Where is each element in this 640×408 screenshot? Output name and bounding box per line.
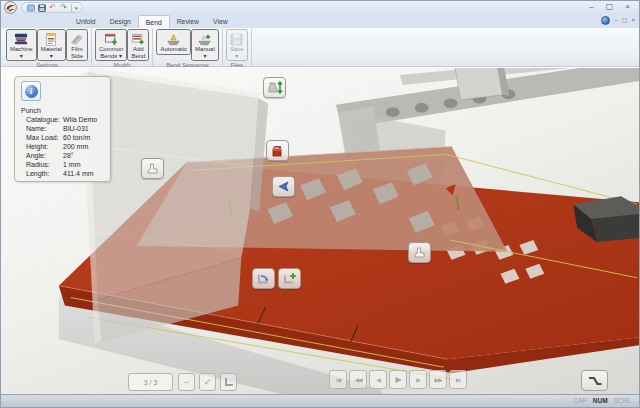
info-row-name: Name:BIU-031 <box>21 124 110 133</box>
remove-step-button[interactable]: − <box>178 373 195 391</box>
redo-icon[interactable]: ↷ <box>59 3 68 12</box>
add-bend-scene-icon <box>282 272 297 285</box>
common-bends-icon <box>104 32 118 46</box>
titlebar: ↶ ↷ ▾ – ▢ × <box>1 1 639 14</box>
flip-tool-vertical-icon <box>267 81 283 95</box>
maximize-button[interactable]: ▢ <box>604 2 615 12</box>
info-row-angle: Angle:28° <box>21 151 110 160</box>
viewport-3d[interactable]: i Punch Catalogue:Wila Demo Name:BIU-031… <box>1 67 639 394</box>
nav-play-button[interactable]: ▶ <box>389 370 407 389</box>
common-bends-button[interactable]: Common Bends ▾ <box>95 29 127 61</box>
flip-direction-icon <box>276 180 291 193</box>
app-logo-icon[interactable] <box>4 1 17 14</box>
rotate-bend-button[interactable] <box>252 268 275 289</box>
nav-first-button[interactable]: |◀ <box>329 370 347 389</box>
ribbon-group-files: Save ▾ Files <box>223 28 252 66</box>
punch-tool-right-button[interactable] <box>408 242 431 263</box>
tab-unfold[interactable]: Unfold <box>69 15 103 28</box>
bent-part-icon <box>587 374 603 388</box>
minimize-button[interactable]: – <box>586 2 597 12</box>
info-button[interactable]: i <box>21 81 41 101</box>
bend-corner-icon <box>223 376 235 388</box>
save-file-icon <box>230 32 243 46</box>
ribbon-group-modify: Common Bends ▾ Add Bend Modify <box>92 28 153 66</box>
rotate-die-icon <box>270 144 285 158</box>
add-bend-scene-button[interactable] <box>278 268 301 289</box>
ribbon: Machine ▾ Material ▾ Film Side <box>1 28 639 67</box>
nav-previous-button[interactable]: ◀ <box>369 370 387 389</box>
sequence-navigation: |◀ ◀◀ ◀ ▶ ▶ ▶▶ ▶| <box>329 370 467 389</box>
info-row-max-load: Max Load:60 ton/m <box>21 133 110 142</box>
tool-info-panel: i Punch Catalogue:Wila Demo Name:BIU-031… <box>14 76 111 182</box>
undo-icon[interactable]: ↶ <box>48 3 57 12</box>
app-window: ↶ ↷ ▾ – ▢ × Unfold Design Bend Review Vi… <box>0 0 640 408</box>
qat-separator <box>71 4 72 12</box>
add-bend-icon <box>131 32 145 46</box>
material-button[interactable]: Material ▾ <box>37 29 66 61</box>
new-document-icon[interactable] <box>26 3 35 12</box>
arm-clamp-block <box>455 68 503 100</box>
confirm-step-button[interactable]: ✓ <box>199 373 216 391</box>
info-icon: i <box>25 85 38 98</box>
film-side-button[interactable]: Film Side <box>66 29 88 61</box>
automatic-button[interactable]: Automatic <box>156 29 191 55</box>
machine-button[interactable]: Machine ▾ <box>6 29 37 61</box>
status-bar: CAP NUM SCRL <box>1 394 639 407</box>
status-num-indicator: NUM <box>593 397 608 405</box>
ribbon-group-settings: Machine ▾ Material ▾ Film Side <box>3 28 92 66</box>
window-controls: – ▢ × <box>586 2 633 12</box>
bend-corner-button[interactable] <box>220 373 237 391</box>
manual-button[interactable]: Manual ▾ <box>191 29 219 61</box>
info-row-catalogue: Catalogue:Wila Demo <box>21 115 110 124</box>
nav-next-button[interactable]: ▶ <box>409 370 427 389</box>
nav-forward-button[interactable]: ▶▶ <box>429 370 447 389</box>
tab-design[interactable]: Design <box>103 15 138 28</box>
flip-direction-button[interactable] <box>272 176 295 197</box>
tool-info-title: Punch <box>21 106 110 115</box>
info-row-height: Height:200 mm <box>21 142 110 151</box>
save-sequence-button[interactable]: Save ▾ <box>226 29 248 61</box>
ribbon-group-bend-sequence: Automatic Manual ▾ Bend Sequence <box>153 28 222 66</box>
automatic-icon <box>166 32 181 46</box>
mdi-window-controls: – ▢ × <box>614 16 635 25</box>
punch-tool-icon <box>412 246 427 259</box>
punch-tool-left-button[interactable] <box>141 158 164 179</box>
info-row-radius: Radius:1 mm <box>21 160 110 169</box>
mdi-minimize-button[interactable]: – <box>614 16 617 25</box>
mdi-restore-button[interactable]: ▢ <box>622 16 628 25</box>
nav-last-button[interactable]: ▶| <box>449 370 467 389</box>
help-icon[interactable] <box>601 16 610 25</box>
film-side-icon <box>70 32 84 46</box>
bend-step-counter[interactable]: 3 / 3 <box>128 373 173 391</box>
quick-access-toolbar: ↶ ↷ ▾ <box>21 2 83 13</box>
mdi-close-button[interactable]: × <box>631 16 635 25</box>
tab-bend[interactable]: Bend <box>138 15 170 28</box>
save-icon[interactable] <box>37 3 46 12</box>
qat-dropdown-icon[interactable]: ▾ <box>75 5 78 11</box>
tab-review[interactable]: Review <box>170 15 206 28</box>
close-button[interactable]: × <box>622 2 633 12</box>
rotate-die-button[interactable] <box>266 140 289 161</box>
manual-icon <box>197 32 212 46</box>
tab-view[interactable]: View <box>206 15 235 28</box>
rotate-bend-icon <box>256 272 271 285</box>
flip-tool-vertical-button[interactable] <box>263 77 286 98</box>
bend-sequence-view-button[interactable] <box>581 370 608 391</box>
status-cap-indicator: CAP <box>573 397 586 405</box>
punch-tool-icon <box>145 162 160 175</box>
ribbon-tab-row: Unfold Design Bend Review View – ▢ × <box>1 14 639 28</box>
nav-rewind-button[interactable]: ◀◀ <box>349 370 367 389</box>
status-scrl-indicator: SCRL <box>614 397 631 405</box>
material-icon <box>45 32 57 46</box>
info-row-length: Length:411.4 mm <box>21 169 110 178</box>
add-bend-button[interactable]: Add Bend <box>127 29 149 61</box>
machine-icon <box>14 32 28 46</box>
